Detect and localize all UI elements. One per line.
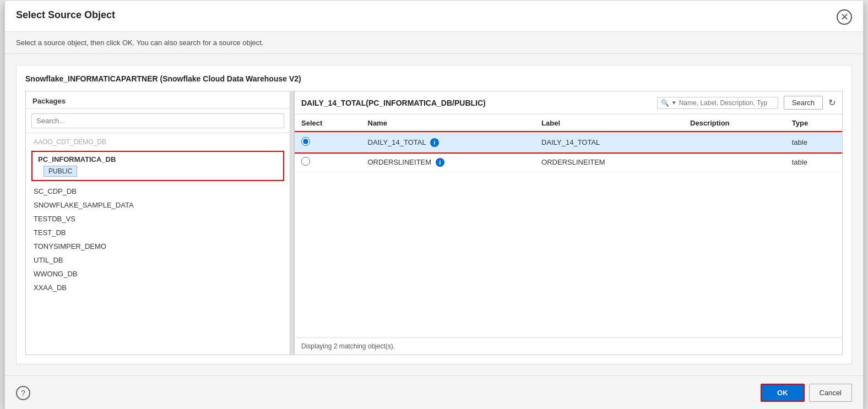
list-item-pc-informatica-db[interactable]: PC_INFORMATICA_DB <box>36 154 280 165</box>
info-icon-1[interactable]: i <box>430 138 439 147</box>
label-cell: DAILY_14_TOTAL <box>535 132 683 152</box>
list-item-snowflake-sample-data[interactable]: SNOWFLAKE_SAMPLE_DATA <box>26 198 290 212</box>
list-item-testdb-vs[interactable]: TESTDB_VS <box>26 212 290 226</box>
object-name: DAILY_14_TOTAL <box>368 138 426 146</box>
cancel-button[interactable]: Cancel <box>809 384 852 402</box>
search-button[interactable]: Search <box>784 96 823 110</box>
list-item-sc-cdp-db[interactable]: SC_CDP_DB <box>26 184 290 198</box>
close-button[interactable]: ✕ <box>837 9 852 25</box>
description-cell <box>683 132 785 152</box>
packages-search-input[interactable] <box>31 113 284 128</box>
objects-panel: DAILY_14_TOTAL(PC_INFORMATICA_DB/PUBLIC)… <box>294 91 843 355</box>
type-cell: table <box>785 132 842 152</box>
col-select: Select <box>295 114 361 132</box>
description-cell <box>683 152 785 172</box>
objects-title: DAILY_14_TOTAL(PC_INFORMATICA_DB/PUBLIC) <box>301 99 652 107</box>
packages-search-area <box>26 109 290 133</box>
help-button[interactable]: ? <box>16 386 30 400</box>
list-item-xxaa-db[interactable]: XXAA_DB <box>26 281 290 295</box>
select-source-object-dialog: Select Source Object ✕ Select a source o… <box>4 0 864 409</box>
panel-divider[interactable] <box>290 91 294 355</box>
objects-search-input[interactable] <box>679 99 767 107</box>
select-cell[interactable] <box>295 152 361 172</box>
packages-list: AAOO_CDT_DEMO_DB PC_INFORMATICA_DB PUBLI… <box>26 133 290 355</box>
table-row[interactable]: DAILY_14_TOTAL i DAILY_14_TOTAL table <box>295 132 842 152</box>
footer-right: OK Cancel <box>761 384 852 402</box>
col-description: Description <box>683 114 785 132</box>
list-item-tonysimper-demo[interactable]: TONYSIMPER_DEMO <box>26 239 290 253</box>
select-radio-2[interactable] <box>301 157 310 166</box>
ok-button[interactable]: OK <box>761 384 805 402</box>
dialog-body: Snowflake_INFORMATICAPARTNER (Snowflake … <box>5 54 863 375</box>
connection-title: Snowflake_INFORMATICAPARTNER (Snowflake … <box>25 74 843 83</box>
list-item-test-db[interactable]: TEST_DB <box>26 226 290 239</box>
col-label: Label <box>535 114 683 132</box>
packages-header: Packages <box>26 91 290 109</box>
objects-header: DAILY_14_TOTAL(PC_INFORMATICA_DB/PUBLIC)… <box>295 91 842 114</box>
dialog-title: Select Source Object <box>16 9 115 21</box>
refresh-button[interactable]: ↻ <box>828 97 836 108</box>
name-cell: DAILY_14_TOTAL i <box>361 132 535 152</box>
select-cell[interactable] <box>295 132 361 152</box>
search-icon: 🔍 <box>661 99 669 107</box>
col-type: Type <box>785 114 842 132</box>
table-header-row: Select Name Label Description Type <box>295 114 842 132</box>
select-radio-1[interactable] <box>301 137 310 146</box>
dialog-footer: ? OK Cancel <box>5 375 863 409</box>
list-item-wwong-db[interactable]: WWONG_DB <box>26 267 290 281</box>
list-item-public-schema[interactable]: PUBLIC <box>44 166 77 177</box>
label-cell: ORDERSLINEITEM <box>535 152 683 172</box>
objects-table: Select Name Label Description Type <box>295 114 842 337</box>
connection-panel: Snowflake_INFORMATICAPARTNER (Snowflake … <box>16 65 852 364</box>
table-row[interactable]: ORDERSLINEITEM i ORDERSLINEITEM table <box>295 152 842 172</box>
search-box: 🔍 ▼ <box>657 97 778 109</box>
search-dropdown-icon[interactable]: ▼ <box>671 100 677 106</box>
footer-left: ? <box>16 386 30 400</box>
dialog-header: Select Source Object ✕ <box>5 1 863 32</box>
col-name: Name <box>361 114 535 132</box>
list-item: AAOO_CDT_DEMO_DB <box>26 135 290 149</box>
type-cell: table <box>785 152 842 172</box>
packages-panel: Packages AAOO_CDT_DEMO_DB PC_INFORMATICA… <box>25 91 290 355</box>
name-cell: ORDERSLINEITEM i <box>361 152 535 172</box>
status-bar: Displaying 2 matching object(s). <box>295 337 842 355</box>
info-icon-2[interactable]: i <box>436 158 444 167</box>
content-area: Packages AAOO_CDT_DEMO_DB PC_INFORMATICA… <box>25 91 843 355</box>
status-text: Displaying 2 matching object(s). <box>301 342 395 350</box>
selected-db-group: PC_INFORMATICA_DB PUBLIC <box>31 151 284 181</box>
object-name: ORDERSLINEITEM <box>368 158 432 166</box>
dialog-subtitle: Select a source object, then click OK. Y… <box>5 32 863 54</box>
list-item-util-db[interactable]: UTIL_DB <box>26 253 290 267</box>
